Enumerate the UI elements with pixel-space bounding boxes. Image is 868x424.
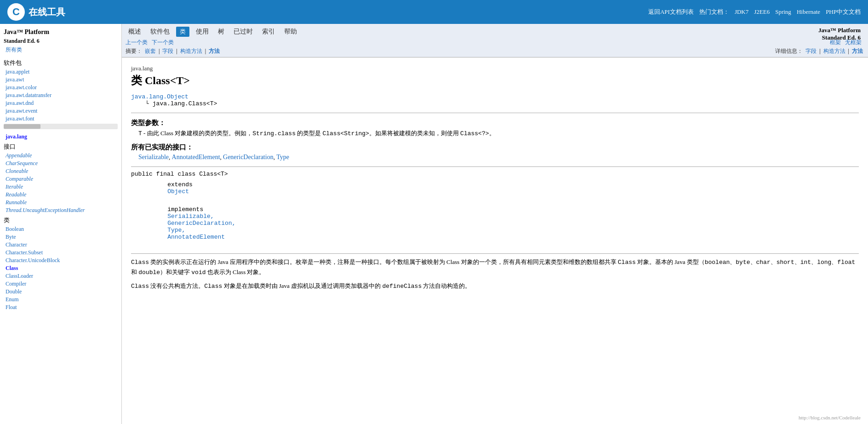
- iface-generic-declaration[interactable]: GenericDeclaration: [223, 154, 274, 160]
- sidebar-pkg-awt[interactable]: java.awt: [2, 76, 120, 84]
- detail-label: 详细信息：: [775, 48, 803, 54]
- hierarchy-root-link[interactable]: java.lang.Object: [131, 93, 188, 100]
- sidebar-class-byte[interactable]: Byte: [2, 233, 120, 241]
- summary-label: 摘要：: [126, 48, 142, 54]
- nav-hibernate[interactable]: Hibernate: [797, 8, 820, 16]
- sidebar-pkg-lang[interactable]: java.lang: [2, 133, 120, 141]
- summary-left: 摘要： 嵌套 | 字段 | 构造方法 | 方法: [126, 47, 221, 55]
- tab-deprecated[interactable]: 已过时: [231, 27, 256, 37]
- prev-class-link[interactable]: 上一个类: [126, 39, 148, 46]
- sidebar-iface-cloneable[interactable]: Cloneable: [2, 167, 120, 175]
- hot-label: 热门文档：: [699, 8, 729, 16]
- sidebar-iface-charsequence[interactable]: CharSequence: [2, 160, 120, 167]
- impl-type-link[interactable]: Type,: [167, 227, 185, 234]
- main-layout: Java™ Platform Standard Ed. 6 所有类 软件包 ja…: [0, 24, 868, 424]
- watermark: http://blog.csdn.net/Codelleale: [799, 415, 861, 420]
- detail-method[interactable]: 方法: [852, 48, 863, 54]
- sidebar-title2: Standard Ed. 6: [2, 37, 120, 46]
- interfaces-list: Serializable, AnnotatedElement, GenericD…: [138, 154, 859, 161]
- extends-object-link[interactable]: Object: [167, 188, 189, 195]
- tab-help[interactable]: 帮助: [281, 27, 300, 37]
- sidebar-pkg-awt-dnd[interactable]: java.awt.dnd: [2, 99, 120, 107]
- impl-serializable-link[interactable]: Serializable,: [167, 213, 214, 220]
- summary-field[interactable]: 字段: [162, 48, 173, 54]
- prev-next-links: 上一个类 下一个类: [126, 39, 177, 46]
- sidebar-interfaces-label: 接口: [2, 141, 120, 152]
- summary-method[interactable]: 方法: [209, 48, 220, 54]
- sidebar-class-class[interactable]: Class: [2, 264, 120, 272]
- back-link[interactable]: 返回API文档列表: [648, 8, 694, 16]
- summary-row: 摘要： 嵌套 | 字段 | 构造方法 | 方法 详细信息： 字段 | 构造方法 …: [126, 47, 864, 55]
- class-hierarchy: java.lang.Object └ java.lang.Class<T>: [131, 93, 859, 107]
- nav-php[interactable]: PHP中文文档: [826, 8, 861, 16]
- nav-spring[interactable]: Spring: [775, 8, 791, 16]
- desc-text-2: Class 没有公共构造方法。Class 对象是在加载类时由 Java 虚拟机以…: [131, 281, 859, 292]
- logo-text: 在线工具: [29, 6, 65, 18]
- impl-genericdeclaration-link[interactable]: GenericDeclaration,: [167, 220, 235, 227]
- sidebar-all-classes[interactable]: 所有类: [2, 46, 120, 54]
- nav-tabs: 概述 软件包 类 使用 树 已过时 索引 帮助: [126, 27, 864, 37]
- desc-text-1: Class 类的实例表示正在运行的 Java 应用程序中的类和接口。枚举是一种类…: [131, 258, 859, 278]
- tab-class-active[interactable]: 类: [176, 27, 189, 37]
- logo-icon: C: [7, 3, 25, 21]
- iface-type[interactable]: Type: [276, 154, 289, 160]
- content-area: 概述 软件包 类 使用 树 已过时 索引 帮助 上一个类 下一个类 框架 无框架: [122, 24, 868, 424]
- content-body: java.lang 类 Class<T> java.lang.Object └ …: [122, 57, 868, 302]
- detail-constructor[interactable]: 构造方法: [823, 48, 845, 54]
- summary-right: 详细信息： 字段 | 构造方法 | 方法: [775, 47, 864, 55]
- sidebar-class-boolean[interactable]: Boolean: [2, 225, 120, 233]
- header-nav-right: 返回API文档列表 热门文档： JDK7 J2EE6 Spring Hibern…: [648, 8, 861, 16]
- divider1: [131, 113, 859, 113]
- breadcrumb-row: 上一个类 下一个类 框架 无框架: [126, 39, 864, 46]
- summary-constructor[interactable]: 构造方法: [180, 48, 202, 54]
- sidebar-class-double[interactable]: Double: [2, 288, 120, 296]
- tab-use[interactable]: 使用: [193, 27, 211, 37]
- iface-annotated-element[interactable]: AnnotatedElement: [172, 154, 220, 160]
- sidebar-iface-iterable[interactable]: Iterable: [2, 183, 120, 191]
- sidebar-class-classloader[interactable]: ClassLoader: [2, 272, 120, 280]
- sidebar-class-character-unicodeblock[interactable]: Character.UnicodeBlock: [2, 257, 120, 264]
- right-title-line2: Standard Ed. 6: [818, 34, 861, 41]
- iface-serializable[interactable]: Serializable: [138, 154, 169, 160]
- implements-block: implements Serializable, GenericDeclarat…: [153, 206, 859, 241]
- tab-package[interactable]: 软件包: [148, 27, 172, 37]
- sidebar-iface-runnable[interactable]: Runnable: [2, 199, 120, 206]
- extends-block: extends Object: [153, 181, 859, 195]
- type-params-header: 类型参数：: [131, 119, 859, 127]
- tab-index[interactable]: 索引: [259, 27, 278, 37]
- sidebar-classes-label: 类: [2, 214, 120, 225]
- sidebar-pkg-awt-event[interactable]: java.awt.event: [2, 107, 120, 115]
- sidebar-class-compiler[interactable]: Compiler: [2, 280, 120, 288]
- divider3: [131, 253, 859, 254]
- sidebar-pkg-applet[interactable]: java.applet: [2, 68, 120, 76]
- horizontal-scrollbar[interactable]: [4, 124, 118, 129]
- sidebar-class-enum[interactable]: Enum: [2, 296, 120, 304]
- nav-j2ee6[interactable]: J2EE6: [754, 8, 770, 16]
- sidebar-pkg-awt-datatransfer[interactable]: java.awt.datatransfer: [2, 92, 120, 99]
- interfaces-header: 所有已实现的接口：: [131, 143, 859, 152]
- detail-field[interactable]: 字段: [805, 48, 817, 54]
- sidebar-iface-comparable[interactable]: Comparable: [2, 175, 120, 183]
- class-declaration: public final class Class<T>: [131, 171, 859, 178]
- sidebar-title1: Java™ Platform: [2, 28, 120, 37]
- class-title: 类 Class<T>: [131, 73, 859, 88]
- tab-overview[interactable]: 概述: [126, 27, 144, 37]
- logo: C 在线工具: [7, 3, 65, 21]
- sidebar-pkg-awt-font[interactable]: java.awt.font: [2, 115, 120, 123]
- tab-tree[interactable]: 树: [215, 27, 227, 37]
- next-class-link[interactable]: 下一个类: [152, 39, 174, 46]
- sidebar-class-float[interactable]: Float: [2, 304, 120, 311]
- header: C 在线工具 返回API文档列表 热门文档： JDK7 J2EE6 Spring…: [0, 0, 868, 24]
- nav-jdk7[interactable]: JDK7: [735, 8, 748, 16]
- right-title-line1: Java™ Platform: [818, 27, 861, 34]
- scrollbar-thumb: [4, 124, 40, 129]
- sidebar-class-character-subset[interactable]: Character.Subset: [2, 249, 120, 257]
- sidebar-class-character[interactable]: Character: [2, 241, 120, 249]
- right-title: Java™ Platform Standard Ed. 6: [818, 27, 861, 41]
- sidebar-iface-uncaughtexception[interactable]: Thread.UncaughtExceptionHandler: [2, 206, 120, 214]
- sidebar-iface-appendable[interactable]: Appendable: [2, 152, 120, 160]
- sidebar-pkg-awt-color[interactable]: java.awt.color: [2, 84, 120, 92]
- sidebar-iface-readable[interactable]: Readable: [2, 191, 120, 199]
- impl-annotatedelement-link[interactable]: AnnotatedElement: [167, 234, 225, 241]
- summary-nested[interactable]: 嵌套: [145, 48, 156, 54]
